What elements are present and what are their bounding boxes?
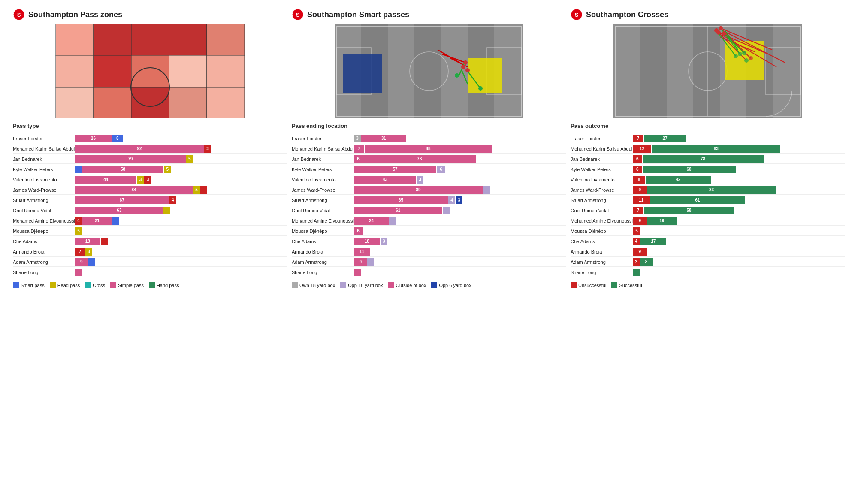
player-row: Mohamed Karim Salisu Abdul788 <box>292 144 566 154</box>
player-row: Fraser Forster331 <box>292 134 566 143</box>
bar-container: 24 <box>354 217 566 225</box>
bar-segment: 18 <box>75 238 100 245</box>
player-name: Adam Armstrong <box>292 260 354 265</box>
bar-segment: 19 <box>647 217 677 225</box>
bar-segment: 43 <box>354 176 416 184</box>
bar-segment <box>483 186 490 194</box>
bar-segment <box>633 269 640 276</box>
svg-rect-50 <box>640 24 667 118</box>
legend-label: Outside of box <box>396 283 426 288</box>
bar-segment: 5 <box>633 227 640 235</box>
legend-color-swatch <box>611 282 617 288</box>
player-row: Jan Bednarek678 <box>292 154 566 164</box>
bar-segment: 8 <box>633 176 645 184</box>
bar-segment: 7 <box>633 207 644 214</box>
bar-container: 331 <box>354 135 566 142</box>
player-name: Jan Bednarek <box>571 157 633 162</box>
legend-item: Unsuccessful <box>571 282 606 288</box>
bar-segment: 4 <box>633 238 640 245</box>
player-name: Mohamed Amine Elyounoussi <box>292 218 354 223</box>
svg-rect-12 <box>56 87 94 118</box>
bar-segment: 9 <box>633 248 647 256</box>
player-name: Valentino Livramento <box>571 177 633 182</box>
legend-color-swatch <box>50 282 56 288</box>
svg-point-76 <box>749 56 753 60</box>
bar-container: 758 <box>633 207 845 214</box>
player-row: Moussa Djénépo5 <box>13 226 287 236</box>
bar-segment: 12 <box>633 145 651 153</box>
bar-container <box>633 269 845 276</box>
bar-container: 9 <box>75 258 287 266</box>
svg-rect-3 <box>94 24 131 55</box>
player-name: James Ward-Prowse <box>571 187 633 193</box>
club-logo-3: S <box>571 9 583 21</box>
bar-segment: 5 <box>193 186 200 194</box>
bar-segment: 7 <box>75 248 85 256</box>
bar-segment: 26 <box>75 135 112 142</box>
player-name: Armando Broja <box>13 249 75 254</box>
pass-type-chart: Pass type Fraser Forster268Mohamed Karim… <box>13 123 287 278</box>
bar-segment: 3 <box>144 176 151 184</box>
legend-label: Smart pass <box>21 283 45 288</box>
svg-rect-2 <box>56 24 94 55</box>
bar-segment <box>354 269 361 276</box>
svg-point-42 <box>461 65 465 69</box>
bar-segment: 4 <box>448 196 455 204</box>
bar-container: 73 <box>75 248 287 256</box>
player-row: Shane Long <box>13 268 287 277</box>
bar-container: 6 <box>354 227 566 235</box>
pass-outcome-label: Pass outcome <box>571 123 845 131</box>
bar-segment <box>112 217 119 225</box>
svg-rect-7 <box>56 55 94 87</box>
player-name: Stuart Armstrong <box>292 198 354 203</box>
bar-segment: 63 <box>75 207 163 214</box>
svg-rect-13 <box>94 87 131 118</box>
player-name: Adam Armstrong <box>571 260 633 265</box>
club-logo-1: S <box>13 9 25 21</box>
bar-segment: 11 <box>633 196 650 204</box>
svg-rect-24 <box>414 24 441 118</box>
player-row: Oriol Romeu Vidal758 <box>571 206 845 215</box>
player-name: Kyle Walker-Peters <box>292 167 354 172</box>
svg-point-80 <box>742 51 746 55</box>
bar-segment: 92 <box>75 145 204 153</box>
player-row: Kyle Walker-Peters576 <box>292 165 566 174</box>
legend-item: Opp 18 yard box <box>340 282 383 288</box>
bar-segment: 89 <box>354 186 483 194</box>
bar-segment: 6 <box>354 227 363 235</box>
bar-segment: 7 <box>354 145 364 153</box>
player-row: Shane Long <box>292 268 566 277</box>
svg-rect-4 <box>131 24 169 55</box>
bar-segment: 31 <box>361 135 406 142</box>
legend-color-swatch <box>110 282 116 288</box>
legend-label: Own 18 yard box <box>299 283 335 288</box>
bar-segment: 5 <box>164 166 171 173</box>
bar-container: 660 <box>633 166 845 173</box>
player-name: Oriol Romeu Vidal <box>292 208 354 213</box>
player-name: Mohamed Karim Salisu Abdul <box>571 146 633 151</box>
player-name: Stuart Armstrong <box>571 198 633 203</box>
crosses-title: S Southampton Crosses <box>571 9 845 21</box>
bar-segment: 6 <box>633 166 642 173</box>
svg-rect-15 <box>169 87 207 118</box>
svg-point-78 <box>738 52 742 56</box>
legend-label: Hand pass <box>157 283 179 288</box>
player-row: James Ward-Prowse983 <box>571 185 845 195</box>
pass-zones-pitch <box>13 24 287 118</box>
player-name: Mohamed Karim Salisu Abdul <box>13 146 75 151</box>
player-name: Stuart Armstrong <box>13 198 75 203</box>
player-name: Moussa Djénépo <box>13 229 75 234</box>
svg-point-45 <box>478 86 483 91</box>
bar-container: 18 <box>75 238 287 245</box>
bar-segment: 6 <box>437 166 445 173</box>
legend-label: Opp 6 yard box <box>439 283 471 288</box>
legend-label: Unsuccessful <box>578 283 606 288</box>
bar-segment: 18 <box>354 238 380 245</box>
bar-segment <box>163 207 170 214</box>
bar-segment: 57 <box>354 166 436 173</box>
player-name: Valentino Livramento <box>292 177 354 182</box>
svg-rect-16 <box>207 87 245 118</box>
bar-container: 6543 <box>354 196 566 204</box>
bar-container: 919 <box>633 217 845 225</box>
player-row: Kyle Walker-Peters585 <box>13 165 287 174</box>
